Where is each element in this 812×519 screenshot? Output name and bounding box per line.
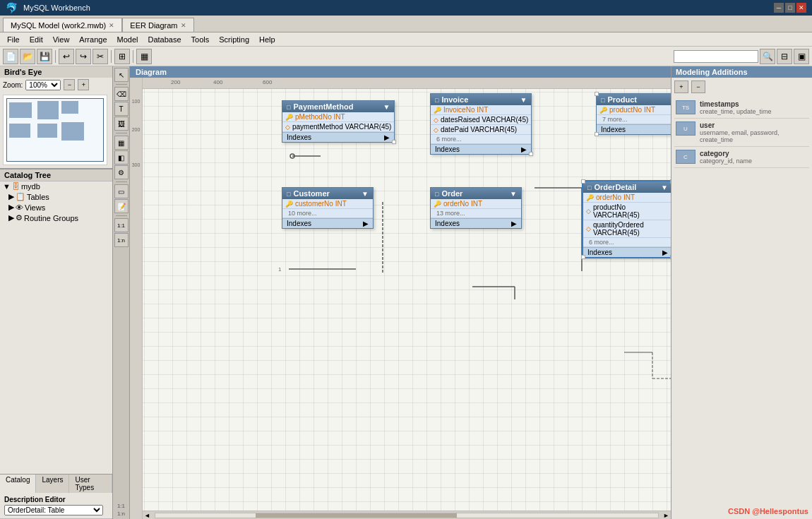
tab-model-close[interactable]: ✕ [109, 22, 114, 29]
field-od-productno: ◇ productNo VARCHAR(45) [583, 203, 671, 220]
menu-edit[interactable]: Edit [25, 35, 47, 44]
addon-user[interactable]: U user username, email, password, create… [674, 119, 809, 147]
left-tab-catalog[interactable]: Catalog [0, 475, 36, 493]
menu-arrange[interactable]: Arrange [75, 35, 111, 44]
left-tab-layers[interactable]: Layers [36, 475, 69, 493]
undo-button[interactable]: ↩ [59, 49, 74, 64]
text-button[interactable]: T [114, 102, 129, 116]
indexes-expand-od[interactable]: ▶ [662, 249, 668, 256]
horizontal-scrollbar[interactable]: ◄ ► [143, 511, 671, 519]
maximize-button[interactable]: □ [785, 3, 795, 13]
redo-button[interactable]: ↪ [76, 49, 91, 64]
scroll-left-button[interactable]: ◄ [143, 512, 152, 519]
search-area: 🔍 ⊟ ▣ [674, 49, 809, 64]
open-button[interactable]: 📂 [20, 49, 35, 64]
desc-editor-select[interactable]: OrderDetail: Table [4, 505, 103, 515]
routine-button[interactable]: ⚙ [114, 165, 129, 179]
table-customer[interactable]: □Customer ▼ 🔑 customerNo INT 10 more... … [282, 187, 374, 229]
table-customer-header[interactable]: □Customer ▼ [282, 188, 373, 199]
menu-tools[interactable]: Tools [187, 35, 214, 44]
table-invoice[interactable]: □Invoice ▼ 🔑 InvoiceNo INT ◇ datesRaised… [430, 93, 532, 155]
expand-btn-ord[interactable]: ▼ [510, 190, 517, 198]
zoom-out-button[interactable]: − [64, 79, 75, 90]
resize-od-bl[interactable] [581, 255, 585, 259]
scroll-thumb[interactable] [256, 513, 457, 518]
tab-eer[interactable]: EER Diagram ✕ [122, 18, 193, 32]
table-button[interactable]: ▦ [114, 136, 129, 150]
diagram-canvas[interactable]: 200 400 600 100 200 300 1 [130, 78, 671, 519]
resize-od-br[interactable] [670, 255, 671, 259]
view-button[interactable]: ▦ [136, 49, 152, 64]
expand-btn-cust[interactable]: ▼ [362, 190, 369, 198]
expand-btn-pm[interactable]: ▼ [383, 103, 390, 111]
toggle-button[interactable]: ⊞ [114, 49, 130, 64]
table-paymentmethod-header[interactable]: □PaymentMethod ▼ [282, 101, 394, 112]
zoom-select[interactable]: 100% 75% 50% 150% [25, 80, 61, 90]
resize-inv[interactable] [529, 152, 533, 156]
image-button[interactable]: 🖼 [114, 117, 129, 131]
zoom-in-button[interactable]: + [78, 79, 89, 90]
tab-eer-close[interactable]: ✕ [181, 22, 186, 29]
relation2-button[interactable]: 1:n [114, 233, 129, 247]
addon-timestamps[interactable]: TS timestamps create_time, update_time [674, 97, 809, 119]
tab-model[interactable]: MySQL Model (work2.mwb) ✕ [3, 18, 122, 32]
table-product[interactable]: □Product ▼ 🔑 productNo INT 7 more... Ind… [596, 93, 671, 135]
resize-prod-bl[interactable] [595, 132, 599, 136]
remove-addon-button[interactable]: − [691, 80, 705, 93]
menu-view[interactable]: View [49, 35, 74, 44]
fk-icon-od2: ◇ [586, 208, 591, 215]
table-product-header[interactable]: □Product ▼ [597, 94, 671, 105]
minimap[interactable] [3, 95, 107, 165]
menu-scripting[interactable]: Scripting [215, 35, 253, 44]
eraser-button[interactable]: ⌫ [114, 87, 129, 101]
indexes-expand-inv[interactable]: ▶ [521, 145, 527, 153]
resize-od-tr[interactable] [670, 179, 671, 184]
close-button[interactable]: ✕ [796, 3, 806, 13]
cut-button[interactable]: ✂ [92, 49, 108, 64]
table-order[interactable]: □Order ▼ 🔑 orderNo INT 13 more... Indexe… [430, 187, 522, 229]
add-addon-button[interactable]: + [674, 80, 688, 93]
new-button[interactable]: 📄 [3, 49, 18, 64]
resize-pm[interactable] [392, 140, 396, 144]
relation1-button[interactable]: 1:1 [114, 218, 129, 232]
catalog-header: Catalog Tree [0, 169, 112, 181]
search-button[interactable]: 🔍 [760, 49, 775, 64]
view-btn2[interactable]: ◧ [114, 150, 129, 165]
vruler-mark1: 100 [132, 99, 141, 104]
menu-database[interactable]: Database [143, 35, 185, 44]
expand-btn-inv[interactable]: ▼ [520, 96, 527, 104]
resize-prod-tl[interactable] [595, 92, 599, 96]
layer-button[interactable]: ▭ [114, 184, 129, 198]
table-orderdetail-header[interactable]: □OrderDetail ▼ [583, 181, 671, 193]
table-customer-title: Customer [293, 189, 329, 198]
save-button[interactable]: 💾 [37, 49, 52, 64]
minimize-button[interactable]: ─ [774, 3, 784, 13]
field-od-qty-name: quantityOrdered VARCHAR(45) [593, 221, 669, 237]
addon-category[interactable]: C category category_id, name [674, 147, 809, 168]
left-tab-user-types[interactable]: User Types [69, 475, 112, 493]
field-datesraised: ◇ datesRaised VARCHAR(45) [431, 115, 531, 125]
table-orderdetail[interactable]: □OrderDetail ▼ 🔑 orderNo INT ◇ productNo… [582, 180, 671, 258]
tree-routines-node[interactable]: ▶ ⚙ Routine Groups [0, 213, 112, 223]
select-tool-button[interactable]: ↖ [114, 68, 129, 82]
note-button[interactable]: 📝 [114, 199, 129, 213]
layout-button[interactable]: ▣ [794, 49, 809, 64]
indexes-expand-ord[interactable]: ▶ [511, 220, 517, 227]
scroll-track[interactable] [155, 513, 659, 518]
indexes-expand-pm[interactable]: ▶ [384, 133, 390, 141]
table-invoice-header[interactable]: □Invoice ▼ [431, 94, 531, 105]
resize-od-tl[interactable] [581, 179, 585, 184]
table-paymentmethod[interactable]: □PaymentMethod ▼ 🔑 pMethodNo INT ◇ payme… [282, 100, 395, 143]
search-input[interactable] [674, 50, 758, 63]
indexes-expand-cust[interactable]: ▶ [363, 220, 369, 227]
menu-model[interactable]: Model [113, 35, 143, 44]
tree-root[interactable]: ▼ 🗄 mydb [0, 181, 112, 191]
tree-tables-node[interactable]: ▶ 📋 Tables [0, 191, 112, 202]
menu-help[interactable]: Help [255, 35, 280, 44]
tree-views-node[interactable]: ▶ 👁 Views [0, 202, 112, 213]
menu-file[interactable]: File [3, 35, 24, 44]
view-toggle[interactable]: ⊟ [777, 49, 792, 64]
expand-btn-od[interactable]: ▼ [661, 184, 668, 191]
scroll-right-button[interactable]: ► [662, 512, 671, 519]
table-order-header[interactable]: □Order ▼ [431, 188, 521, 199]
